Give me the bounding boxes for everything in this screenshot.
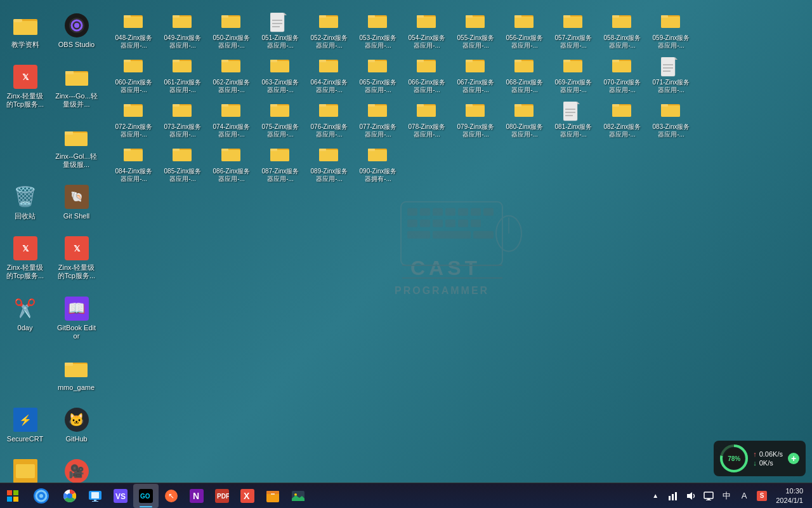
file-icon-051[interactable]: 051-Zinx服务器应用-...	[258, 10, 303, 53]
file-icon-066[interactable]: 066-Zinx服务器应用-...	[404, 54, 450, 97]
file-icon-086[interactable]: 086-Zinx服务器应用-...	[209, 143, 254, 186]
taskbar-goland[interactable]: GO	[133, 484, 159, 508]
file-icon-label-054: 054-Zinx服务器应用-...	[406, 34, 448, 50]
file-icon-089[interactable]: 089-Zinx服务器应用-...	[306, 143, 352, 186]
tray-display[interactable]	[701, 488, 716, 504]
file-icon-label-069: 069-Zinx服务器应用-...	[553, 79, 594, 94]
file-icon-054[interactable]: 054-Zinx服务器应用-...	[404, 10, 450, 53]
file-icon-078[interactable]: 078-Zinx服务器应用-...	[404, 98, 450, 142]
file-icon-label-083: 083-Zinx服务器应用-...	[650, 123, 692, 138]
taskbar-cursor-app[interactable]: ↖	[159, 484, 184, 508]
file-icon-067[interactable]: 067-Zinx服务器应用-...	[453, 54, 499, 97]
file-icon-083[interactable]: 083-Zinx服务器应用-...	[648, 98, 694, 142]
file-icon-060[interactable]: 060-Zinx服务器应用-...	[111, 54, 157, 97]
sidebar-item-git-shell[interactable]: 🐚 Git Shell	[51, 179, 102, 225]
file-icon-062[interactable]: 062-Zinx服务器应用-...	[209, 54, 254, 97]
taskbar-pdf[interactable]: PDF	[209, 484, 235, 508]
svg-rect-13	[65, 364, 88, 377]
sidebar-item-xinews1[interactable]: 𝕏 Zinx-轻量级的Tcp服务...	[0, 59, 50, 114]
taskbar-chrome[interactable]	[57, 484, 82, 508]
file-icon-079[interactable]: 079-Zinx服务器应用-...	[453, 98, 499, 142]
svg-text:↖: ↖	[168, 491, 174, 500]
sidebar-item-obs[interactable]: OBS Studio	[51, 8, 102, 54]
taskbar-vs[interactable]: VS	[108, 484, 133, 508]
sidebar-item-zinxgo[interactable]: Zinx---Go...轻量级并...	[51, 59, 102, 114]
file-icon-068[interactable]: 068-Zinx服务器应用-...	[502, 54, 547, 97]
file-icon-075[interactable]: 075-Zinx服务器应用-...	[258, 98, 303, 142]
svg-rect-22	[173, 15, 180, 18]
taskbar-remote[interactable]	[82, 484, 108, 508]
tray-security[interactable]: S	[754, 488, 769, 504]
sidebar-item-xinews3[interactable]: 𝕏 Zinx-轻量级的Tcp服务...	[51, 231, 102, 285]
file-icon-061[interactable]: 061-Zinx服务器应用-...	[160, 54, 206, 97]
file-icon-065[interactable]: 065-Zinx服务器应用-...	[355, 54, 401, 97]
file-icon-069[interactable]: 069-Zinx服务器应用-...	[551, 54, 596, 97]
file-icon-084[interactable]: 084-Zinx服务器应用-...	[111, 143, 157, 186]
tray-volume[interactable]	[683, 488, 698, 504]
svg-point-183	[39, 494, 43, 498]
file-icon-059[interactable]: 059-Zinx服务器应用-...	[648, 10, 694, 53]
svg-text:PDF: PDF	[217, 493, 229, 500]
file-icon-070[interactable]: 070-Zinx服务器应用-...	[599, 54, 645, 97]
sidebar-item-jiaoxue[interactable]: 教学资料	[0, 8, 50, 54]
svg-rect-57	[124, 60, 131, 62]
file-icon-050[interactable]: 050-Zinx服务器应用-...	[209, 10, 254, 53]
svg-rect-141	[270, 150, 289, 161]
tray-ime-mode[interactable]: A	[737, 488, 752, 504]
file-icon-049[interactable]: 049-Zinx服务器应用-...	[160, 10, 206, 53]
file-icon-073[interactable]: 073-Zinx服务器应用-...	[160, 98, 206, 142]
file-icon-053[interactable]: 053-Zinx服务器应用-...	[355, 10, 401, 53]
file-icon-056[interactable]: 056-Zinx服务器应用-...	[502, 10, 547, 53]
file-icon-label-070: 070-Zinx服务器应用-...	[601, 79, 643, 94]
file-icon-090[interactable]: 090-Zinx服务器拥有-...	[355, 143, 401, 186]
file-icon-087[interactable]: 087-Zinx服务器应用-...	[258, 143, 303, 186]
tray-ime-en[interactable]: 中	[719, 488, 734, 504]
svg-rect-63	[221, 60, 228, 62]
sidebar-item-zinxgol[interactable]: Zinx--Gol...轻量级服...	[51, 119, 102, 174]
taskbar-xmind[interactable]: X	[235, 484, 260, 508]
svg-rect-209	[672, 494, 674, 500]
taskbar-archive[interactable]	[260, 484, 285, 508]
taskbar-cortana[interactable]	[25, 484, 57, 508]
file-icon-072[interactable]: 072-Zinx服务器应用-...	[111, 98, 157, 142]
file-icon-048[interactable]: 048-Zinx服务器应用-...	[111, 10, 157, 53]
file-icon-077[interactable]: 077-Zinx服务器应用-...	[355, 98, 401, 142]
tray-network[interactable]	[665, 488, 681, 504]
taskbar-image-viewer[interactable]	[285, 484, 311, 508]
svg-rect-138	[221, 150, 240, 161]
file-icon-057[interactable]: 057-Zinx服务器应用-...	[551, 10, 596, 53]
sidebar-item-github[interactable]: 🐱 GitHub	[51, 402, 102, 448]
file-icon-img-085	[173, 146, 193, 166]
file-icon-063[interactable]: 063-Zinx服务器应用-...	[258, 54, 303, 97]
file-icon-071[interactable]: 071-Zinx服务器应用-...	[648, 54, 694, 97]
sidebar-item-mmo[interactable]: mmo_game	[51, 351, 102, 397]
net-plus-button[interactable]: +	[788, 453, 799, 464]
file-icon-055[interactable]: 055-Zinx服务器应用-...	[453, 10, 499, 53]
sidebar-item-recycle[interactable]: 🗑️ 回收站	[0, 179, 50, 225]
taskbar-onenote[interactable]: N	[184, 484, 209, 508]
file-icon-080[interactable]: 080-Zinx服务器应用-...	[502, 98, 547, 142]
sidebar-item-zeroday[interactable]: ✂️ 0day	[0, 291, 50, 345]
file-icon-img-072	[124, 102, 144, 122]
sidebar-label-xinews2: Zinx-轻量级的Tcp服务...	[4, 264, 46, 280]
start-button[interactable]	[0, 483, 25, 509]
svg-rect-210	[675, 492, 677, 500]
file-icon-074[interactable]: 074-Zinx服务器应用-...	[209, 98, 254, 142]
file-icon-085[interactable]: 085-Zinx服务器应用-...	[160, 143, 206, 186]
file-icon-081[interactable]: 081-Zinx服务器应用-...	[551, 98, 596, 142]
file-icon-052[interactable]: 052-Zinx服务器应用-...	[306, 10, 352, 53]
net-circle[interactable]: 78%	[720, 444, 748, 472]
svg-rect-145	[319, 149, 326, 151]
file-icon-076[interactable]: 076-Zinx服务器应用-...	[306, 98, 352, 142]
svg-rect-19	[124, 15, 131, 18]
sidebar-item-xinews2[interactable]: 𝕏 Zinx-轻量级的Tcp服务...	[0, 231, 50, 285]
sidebar-item-securecrt1[interactable]: ⚡ SecureCRT	[0, 402, 50, 448]
tray-overflow[interactable]: ▲	[648, 488, 663, 504]
svg-rect-119	[514, 104, 521, 107]
svg-rect-24	[221, 17, 240, 28]
system-tray: ▲ 中 A S 10:30 2024/1/1	[648, 486, 812, 505]
file-icon-082[interactable]: 082-Zinx服务器应用-...	[599, 98, 645, 142]
file-icon-064[interactable]: 064-Zinx服务器应用-...	[306, 54, 352, 97]
sidebar-item-gitbook[interactable]: 📖 GitBook Editor	[51, 291, 102, 345]
file-icon-058[interactable]: 058-Zinx服务器应用-...	[599, 10, 645, 53]
